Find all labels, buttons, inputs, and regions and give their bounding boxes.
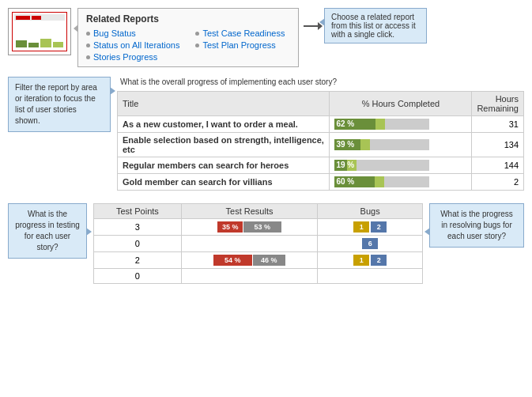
bullet-icon	[86, 43, 90, 47]
progress-bar-wrapper: 39 %	[334, 139, 429, 150]
test-table-wrapper: Test Points Test Results Bugs 335 %53 %1…	[93, 203, 423, 284]
test-bar-segment: 35 %	[217, 221, 243, 233]
story-title-cell: As a new customer, I want to order a mea…	[118, 116, 330, 133]
test-col-bugs: Bugs	[318, 204, 423, 219]
col-right: Test Case Readiness Test Plan Progress	[195, 28, 285, 62]
report-link-test-case-readiness[interactable]: Test Case Readiness	[195, 28, 285, 38]
bug-segment: 1	[353, 255, 369, 266]
story-progress-cell: 39 %	[330, 133, 472, 157]
story-title-cell: Regular members can search for heroes	[118, 157, 330, 174]
story-title-cell: Enable selection based on strength, inte…	[118, 133, 330, 157]
test-bar-segment: 54 %	[213, 255, 252, 266]
progress-bar-container: 60 %	[334, 176, 466, 187]
progress-bar-wrapper: 19 %	[334, 160, 429, 171]
bugs-cell: 12	[318, 252, 423, 269]
test-results-bar: 54 %46 %	[213, 255, 285, 266]
test-row: 254 %46 %12	[94, 252, 423, 269]
test-results-bar: 35 %53 %	[217, 221, 281, 233]
related-reports-title: Related Reports	[86, 13, 290, 25]
progress-bar-wrapper: 60 %	[334, 176, 429, 187]
story-row: Regular members can search for heroes19 …	[118, 157, 524, 174]
test-results-cell	[181, 236, 317, 252]
progress-callout: What is the overall progress of implemen…	[117, 77, 524, 88]
stories-table: Title % Hours Completed HoursRemaining A…	[117, 91, 524, 191]
test-table: Test Points Test Results Bugs 335 %53 %1…	[93, 203, 423, 284]
test-points-cell: 0	[94, 269, 182, 284]
story-row: Gold member can search for villians60 %2	[118, 174, 524, 191]
test-points-cell: 2	[94, 252, 182, 269]
bugs-callout: What is the progress in resolving bugs f…	[429, 203, 524, 248]
story-row: As a new customer, I want to order a mea…	[118, 116, 524, 133]
report-link-stories-progress[interactable]: Stories Progress	[86, 52, 179, 62]
story-row: Enable selection based on strength, inte…	[118, 133, 524, 157]
related-reports-cols: Bug Status Status on All Iterations Stor…	[86, 28, 290, 62]
test-col-points: Test Points	[94, 204, 182, 219]
report-link-bug-status[interactable]: Bug Status	[86, 28, 179, 38]
arrow-callout-wrapper: Choose a related report from this list o…	[305, 8, 427, 43]
bullet-icon	[86, 32, 90, 36]
progress-bar-container: 39 %	[334, 139, 466, 150]
test-row: 335 %53 %12	[94, 219, 423, 236]
test-results-cell: 54 %46 %	[181, 252, 317, 269]
hours-remaining-cell: 2	[472, 174, 524, 191]
col-header-hours: HoursRemaining	[472, 92, 524, 116]
story-title-cell: Gold member can search for villians	[118, 174, 330, 191]
bug-segment: 2	[371, 255, 387, 266]
testing-callout: What is the progress in testing for each…	[8, 203, 87, 259]
test-row: 0	[94, 269, 423, 284]
report-link-test-plan-progress[interactable]: Test Plan Progress	[195, 40, 285, 50]
top-section: Related Reports Bug Status Status on All…	[0, 0, 532, 74]
bug-bar: 12	[353, 221, 387, 233]
test-bar-segment: 46 %	[253, 255, 285, 266]
related-reports-callout: Choose a related report from this list o…	[324, 8, 427, 43]
hours-remaining-cell: 31	[472, 116, 524, 133]
story-progress-cell: 62 %	[330, 116, 472, 133]
middle-section: Filter the report by area or iteration t…	[0, 74, 532, 194]
story-progress-cell: 19 %	[330, 157, 472, 174]
test-bar-segment: 53 %	[243, 221, 281, 233]
col-left: Bug Status Status on All Iterations Stor…	[86, 28, 179, 62]
hours-remaining-cell: 144	[472, 157, 524, 174]
progress-bar-container: 19 %	[334, 160, 466, 171]
bottom-section: What is the progress in testing for each…	[0, 197, 532, 287]
bullet-icon	[195, 43, 199, 47]
bugs-cell: 12	[318, 219, 423, 236]
filter-callout: Filter the report by area or iteration t…	[8, 77, 111, 132]
bug-segment: 2	[371, 221, 387, 233]
report-link-all-iterations[interactable]: Status on All Iterations	[86, 40, 179, 50]
bugs-cell	[318, 269, 423, 284]
test-results-cell	[181, 269, 317, 284]
test-row: 06	[94, 236, 423, 252]
bug-segment: 1	[353, 221, 369, 233]
bugs-cell: 6	[318, 236, 423, 252]
bug-bar: 6	[362, 238, 378, 249]
bug-bar: 12	[353, 255, 387, 266]
story-progress-cell: 60 %	[330, 174, 472, 191]
main-table-wrapper: What is the overall progress of implemen…	[117, 77, 524, 191]
progress-bar-container: 62 %	[334, 119, 466, 130]
hours-remaining-cell: 134	[472, 133, 524, 157]
test-results-cell: 35 %53 %	[181, 219, 317, 236]
col-header-title: Title	[118, 92, 330, 116]
col-header-pct: % Hours Completed	[330, 92, 472, 116]
progress-bar-wrapper: 62 %	[334, 119, 429, 130]
bullet-icon	[195, 32, 199, 36]
test-points-cell: 3	[94, 219, 182, 236]
report-thumbnail[interactable]	[8, 8, 71, 55]
bug-segment: 6	[362, 238, 378, 249]
test-points-cell: 0	[94, 236, 182, 252]
test-col-results: Test Results	[181, 204, 317, 219]
related-reports-popup: Related Reports Bug Status Status on All…	[77, 8, 299, 67]
thumbnail-inner	[12, 12, 67, 51]
bullet-icon	[86, 55, 90, 59]
